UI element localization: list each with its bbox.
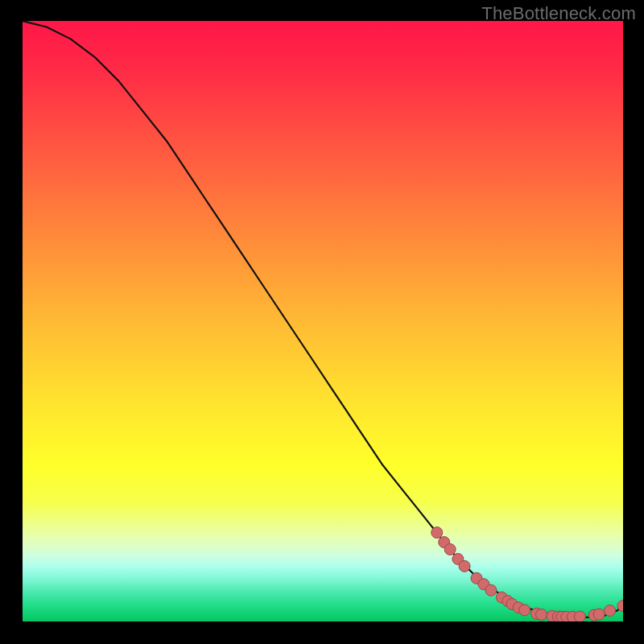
data-marker [593, 609, 605, 620]
chart-svg [23, 21, 623, 621]
data-markers [431, 527, 623, 621]
data-marker [574, 611, 585, 621]
data-marker [519, 605, 530, 616]
data-marker [485, 584, 497, 596]
data-marker [444, 543, 456, 555]
data-marker [431, 527, 443, 539]
data-marker [605, 605, 616, 617]
data-marker [536, 609, 547, 620]
bottleneck-curve [23, 21, 623, 617]
data-marker [459, 560, 470, 572]
chart-area [23, 21, 623, 621]
